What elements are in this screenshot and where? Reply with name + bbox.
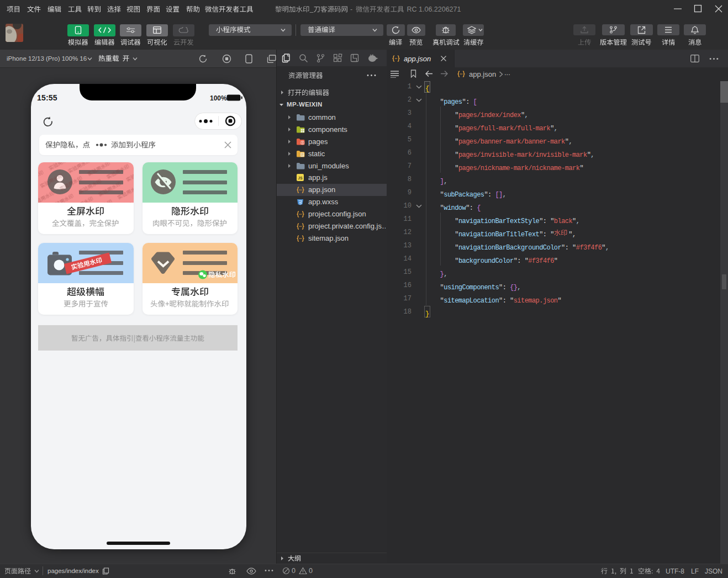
svg-text:JS: JS [298,176,303,180]
